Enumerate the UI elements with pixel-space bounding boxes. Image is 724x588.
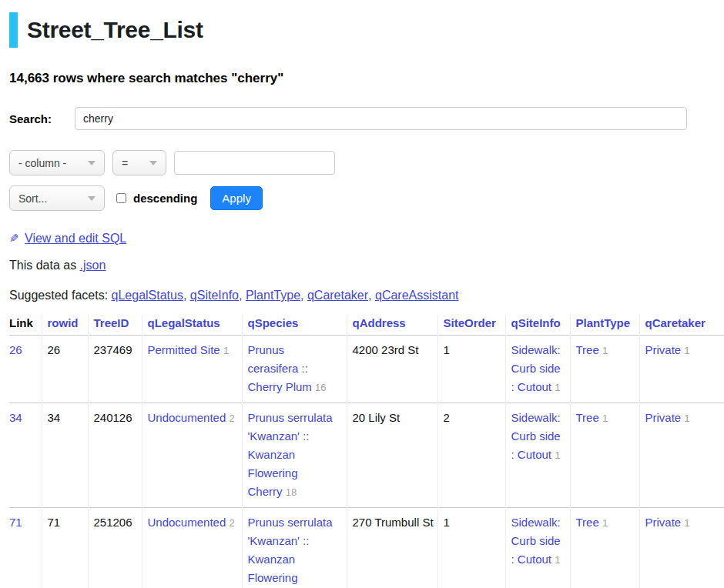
treeid-cell: 251206 xyxy=(88,508,142,588)
qlegalstatus-cell: Undocumented 2 xyxy=(142,508,242,588)
search-label: Search: xyxy=(9,112,52,125)
facet-value-link[interactable]: Prunus cerasifera :: Cherry Plum xyxy=(248,343,312,393)
planttype-cell: Tree 1 xyxy=(570,403,639,508)
facet-count: 2 xyxy=(229,517,234,529)
facet-link-qcaretaker[interactable]: qCaretaker xyxy=(307,289,375,302)
facet-value-link[interactable]: Sidewalk: Curb side : Cutout xyxy=(511,411,561,461)
facet-value-link[interactable]: Tree xyxy=(576,411,599,424)
table-row: 71 71 251206 Undocumented 2 Prunus serru… xyxy=(9,508,724,588)
rowid-cell: 26 xyxy=(42,336,88,403)
page-header: Street_Tree_List xyxy=(9,0,715,48)
sort-select-value: Sort... xyxy=(18,192,47,205)
facet-value-link[interactable]: Sidewalk: Curb side : Cutout xyxy=(511,343,561,393)
sort-by-qaddress-link[interactable]: qAddress xyxy=(353,316,406,329)
siteorder-cell: 1 xyxy=(437,508,505,588)
table-row: 34 34 240126 Undocumented 2 Prunus serru… xyxy=(9,403,724,508)
sort-row: Sort... descending Apply xyxy=(9,185,715,211)
qaddress-cell: 4200 23rd St xyxy=(347,336,437,403)
row-link[interactable]: 34 xyxy=(9,411,22,424)
rowid-cell: 34 xyxy=(42,403,88,508)
treeid-cell: 240126 xyxy=(88,403,142,508)
column-header-siteorder: SiteOrder xyxy=(437,315,505,336)
facet-link-qcareassistant[interactable]: qCareAssistant xyxy=(375,289,459,302)
facet-count: 1 xyxy=(555,449,560,461)
facet-value-link[interactable]: Permitted Site xyxy=(148,343,220,356)
qaddress-cell: 20 Lily St xyxy=(347,403,437,508)
search-input[interactable] xyxy=(75,107,687,130)
facet-count: 1 xyxy=(684,517,689,529)
page: Street_Tree_List 14,663 rows where searc… xyxy=(0,0,724,588)
facet-link-qsiteinfo[interactable]: qSiteInfo xyxy=(190,289,246,302)
facet-value-link[interactable]: Prunus serrulata 'Kwanzan' :: Kwanzan Fl… xyxy=(248,516,333,588)
facet-link-qlegalstatus[interactable]: qLegalStatus xyxy=(112,289,190,302)
pencil-icon: ✎ xyxy=(9,232,19,246)
sort-by-qcaretaker-link[interactable]: qCaretaker xyxy=(645,316,706,329)
facet-value-link[interactable]: Private xyxy=(645,343,682,356)
chevron-down-icon xyxy=(88,161,96,165)
column-header-qsiteinfo: qSiteInfo xyxy=(505,315,570,336)
qspecies-cell: Prunus cerasifera :: Cherry Plum 16 xyxy=(242,336,347,403)
qspecies-cell: Prunus serrulata 'Kwanzan' :: Kwanzan Fl… xyxy=(242,403,347,508)
qaddress-cell: 270 Trumbull St xyxy=(347,508,437,588)
export-row: This data as .json xyxy=(9,259,715,272)
suggested-facets-label: Suggested facets: xyxy=(9,289,108,302)
qcaretaker-cell: Private 1 xyxy=(639,336,724,403)
sort-by-qsiteinfo-link[interactable]: qSiteInfo xyxy=(511,316,561,329)
filter-row: - column - = xyxy=(9,150,715,175)
qsiteinfo-cell: Sidewalk: Curb side : Cutout 1 xyxy=(505,336,570,403)
qcaretaker-cell: Private 1 xyxy=(639,508,724,588)
filter-column-select[interactable]: - column - xyxy=(9,150,105,175)
siteorder-cell: 2 xyxy=(437,403,505,508)
sort-by-planttype-link[interactable]: PlantType xyxy=(576,316,631,329)
sort-select[interactable]: Sort... xyxy=(9,185,105,211)
planttype-cell: Tree 1 xyxy=(570,508,639,588)
view-edit-sql-link[interactable]: View and edit SQL xyxy=(25,232,126,245)
facet-value-link[interactable]: Prunus serrulata 'Kwanzan' :: Kwanzan Fl… xyxy=(248,411,333,498)
sort-by-rowid-link[interactable]: rowid xyxy=(48,316,79,329)
column-header-qspecies: qSpecies xyxy=(242,315,347,336)
facet-value-link[interactable]: Private xyxy=(645,516,682,529)
qlegalstatus-cell: Undocumented 2 xyxy=(142,403,242,508)
qsiteinfo-cell: Sidewalk: Curb side : Cutout 1 xyxy=(505,508,570,588)
descending-checkbox[interactable] xyxy=(116,193,126,203)
data-as-label: This data as xyxy=(9,259,76,272)
filter-operator-select-value: = xyxy=(122,157,128,169)
sort-by-qlegalstatus-link[interactable]: qLegalStatus xyxy=(148,316,220,329)
qsiteinfo-cell: Sidewalk: Curb side : Cutout 1 xyxy=(505,403,570,508)
descending-label: descending xyxy=(133,192,197,205)
facet-link-planttype[interactable]: PlantType xyxy=(246,289,307,302)
filter-value-input[interactable] xyxy=(174,151,335,175)
filter-operator-select[interactable]: = xyxy=(112,150,166,175)
apply-button[interactable]: Apply xyxy=(210,186,263,210)
facet-value-link[interactable]: Undocumented xyxy=(148,411,226,424)
page-title: Street_Tree_List xyxy=(27,17,203,43)
facet-value-link[interactable]: Tree xyxy=(576,343,599,356)
facet-count: 1 xyxy=(602,345,608,356)
column-header-link: Link xyxy=(9,315,42,336)
json-link[interactable]: .json xyxy=(80,259,106,272)
facet-count: 1 xyxy=(602,413,608,424)
facet-value-link[interactable]: Tree xyxy=(576,516,599,529)
facet-count: 1 xyxy=(555,382,560,393)
row-link[interactable]: 26 xyxy=(9,343,22,356)
filter-column-select-value: - column - xyxy=(18,157,66,169)
facet-count: 1 xyxy=(223,345,229,356)
rowid-cell: 71 xyxy=(42,508,88,588)
facet-value-link[interactable]: Private xyxy=(645,411,682,424)
row-link[interactable]: 71 xyxy=(9,516,22,529)
accent-bar xyxy=(9,12,18,48)
siteorder-cell: 1 xyxy=(437,336,505,403)
facet-value-link[interactable]: Sidewalk: Curb side : Cutout xyxy=(511,516,561,566)
qlegalstatus-cell: Permitted Site 1 xyxy=(142,336,242,403)
planttype-cell: Tree 1 xyxy=(570,336,639,403)
facet-count: 1 xyxy=(684,413,689,424)
sort-by-treeid-link[interactable]: TreeID xyxy=(94,316,129,329)
facet-value-link[interactable]: Undocumented xyxy=(148,516,226,529)
column-header-qcaretaker: qCaretaker xyxy=(639,315,724,336)
sort-by-qspecies-link[interactable]: qSpecies xyxy=(248,316,299,329)
qcaretaker-cell: Private 1 xyxy=(639,403,724,508)
results-table: Link rowid TreeID qLegalStatus qSpecies … xyxy=(9,315,724,588)
sql-row: ✎ View and edit SQL xyxy=(9,232,715,246)
column-header-qaddress: qAddress xyxy=(347,315,437,336)
sort-by-siteorder-link[interactable]: SiteOrder xyxy=(444,316,496,329)
